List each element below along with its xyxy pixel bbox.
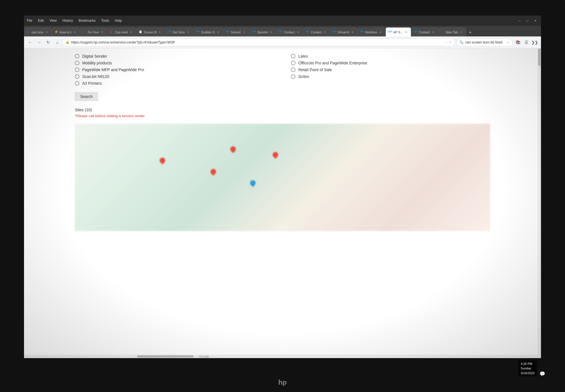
tab-label-8: Solved: [231,31,241,34]
product-options-grid: Digital Sender Latex Mobility products O… [75,54,490,86]
radio-mobility[interactable] [75,61,79,65]
browser-tab-11[interactable]: HPContact✕ [303,27,330,36]
tabbar: Gcan scre✕⚡How to c✕LFix Your✕QCan mod✕📋… [24,26,541,36]
scrollbar-thumb-vertical[interactable] [538,49,540,66]
tab-close-3[interactable]: ✕ [100,30,105,34]
browser-tab-4[interactable]: QCan mod✕ [107,27,136,36]
new-tab-button[interactable]: + [466,29,474,36]
tab-close-15[interactable]: ✕ [431,30,435,34]
browser-tab-9[interactable]: HPSpectre✕ [249,27,276,36]
browser-tab-15[interactable]: HPContact✕ [411,27,438,36]
tab-close-14[interactable]: ✕ [404,30,408,34]
tab-close-1[interactable]: ✕ [45,30,49,34]
option-scanjet[interactable]: ScanJet N9120 [75,74,274,79]
clock-time: 3:26 PM [521,361,534,366]
menu-view[interactable]: View [47,16,60,26]
hp-logo: hp [278,378,286,386]
radio-scanjet[interactable] [75,74,79,79]
menu-tools[interactable]: Tools [98,16,112,26]
menu-history[interactable]: History [60,16,76,26]
search-bar[interactable]: 🔍 can screen burn be fixed → [456,38,513,46]
radio-retail[interactable] [291,67,295,72]
browser-tab-13[interactable]: HPNoteboo✕ [358,27,385,36]
browser-tab-10[interactable]: HPContact✕ [276,27,303,36]
tab-label-16: New Tab [446,31,458,34]
url-bar[interactable]: 🔒 https://support.hp.com/us-en/service-c… [62,38,455,46]
reader-mode-icon[interactable]: ☰ [522,38,530,46]
vertical-scrollbar[interactable] [538,48,541,358]
browser-tab-7[interactable]: HPSudden S✕ [193,27,223,36]
option-a3[interactable]: A3 Printers [75,81,274,86]
option-officejet[interactable]: OfficeJet Pro and PageWide Enterprise [291,61,490,65]
option-digital-sender[interactable]: Digital Sender [75,54,274,58]
tab-favicon-3: L [82,30,86,34]
option-pagewide[interactable]: PageWide MFP and PageWide Pro [75,67,274,72]
menu-edit[interactable]: Edit [35,16,47,26]
search-button[interactable]: Search [75,92,98,101]
tab-close-8[interactable]: ✕ [242,30,247,34]
maximize-button[interactable]: □ [524,18,531,23]
tab-favicon-1: G [27,30,31,34]
nav-extra-icons: 📚 ☰ ❯❯ [514,38,539,46]
tab-favicon-13: HP [360,30,364,34]
back-button[interactable]: ← [26,38,34,46]
reading-list-icon[interactable]: 📚 [514,38,522,46]
tab-close-7[interactable]: ✕ [216,30,220,34]
tab-close-9[interactable]: ✕ [269,30,273,34]
tab-close-4[interactable]: ✕ [129,30,133,34]
menu-help[interactable]: Help [112,16,125,26]
close-button[interactable]: ✕ [532,18,539,23]
minimize-button[interactable]: ─ [516,18,523,23]
radio-latex[interactable] [291,54,295,58]
radio-officejet[interactable] [291,61,295,65]
tab-close-6[interactable]: ✕ [186,30,190,34]
browser-tab-8[interactable]: HPSolved:✕ [223,27,249,36]
tab-close-16[interactable]: ✕ [459,30,464,34]
tab-favicon-16 [441,30,445,34]
tab-label-2: How to c [60,31,72,34]
reload-button[interactable]: ↻ [44,38,52,46]
browser-tab-3[interactable]: LFix Your✕ [80,27,107,36]
forward-button[interactable]: → [35,38,43,46]
menu-bookmarks[interactable]: Bookmarks [76,16,98,26]
menu-file[interactable]: File [24,16,35,26]
tab-close-12[interactable]: ✕ [350,30,355,34]
horizontal-scrollbar[interactable]: Google [24,355,541,358]
browser-tab-6[interactable]: HPGet Scre✕ [165,27,193,36]
browser-tab-16[interactable]: New Tab✕ [438,27,466,36]
option-latex[interactable]: Latex [291,54,490,58]
radio-scitex[interactable] [291,74,295,79]
browser-tab-1[interactable]: Gcan scre✕ [24,27,52,36]
browser-tab-2[interactable]: ⚡How to c✕ [52,27,80,36]
tab-close-10[interactable]: ✕ [296,30,300,34]
home-button[interactable]: ⌂ [53,38,61,46]
monitor-bezel: File Edit View History Bookmarks Tools H… [0,0,565,392]
titlebar-menu: File Edit View History Bookmarks Tools H… [24,16,125,26]
tab-label-10: Contact [284,31,295,34]
option-scitex[interactable]: Scitex [291,74,490,79]
radio-pagewide[interactable] [75,67,79,72]
scrollbar-thumb-horizontal[interactable] [137,355,194,358]
option-mobility[interactable]: Mobility products [75,61,274,65]
option-label-officejet: OfficeJet Pro and PageWide Enterprise [298,61,367,65]
tab-favicon-14: HP [388,30,392,34]
tab-close-2[interactable]: ✕ [73,30,77,34]
content-area[interactable]: Digital Sender Latex Mobility products O… [24,48,541,358]
search-go-icon[interactable]: → [506,40,510,44]
radio-a3[interactable] [75,81,79,86]
tab-close-5[interactable]: ✕ [158,30,162,34]
option-retail[interactable]: Retail Point of Sale [291,67,490,72]
tab-close-11[interactable]: ✕ [323,30,327,34]
map-area [75,124,490,231]
option-label-latex: Latex [298,54,308,58]
tab-close-13[interactable]: ✕ [378,30,383,34]
sidebar-toggle[interactable]: ❯❯ [531,38,539,46]
radio-digital-sender[interactable] [75,54,79,58]
url-text: https://support.hp.com/us-en/service-cen… [71,40,443,44]
sites-count: Sites (10) [75,108,490,112]
notification-icon[interactable]: 💬 [540,371,545,376]
bookmark-icon[interactable]: ☆ [449,40,452,44]
browser-tab-14[interactable]: HPHP S...✕ [386,27,411,36]
browser-tab-5[interactable]: 📋Screen B✕ [136,27,165,36]
browser-tab-12[interactable]: HPVirtual A✕ [330,27,357,36]
